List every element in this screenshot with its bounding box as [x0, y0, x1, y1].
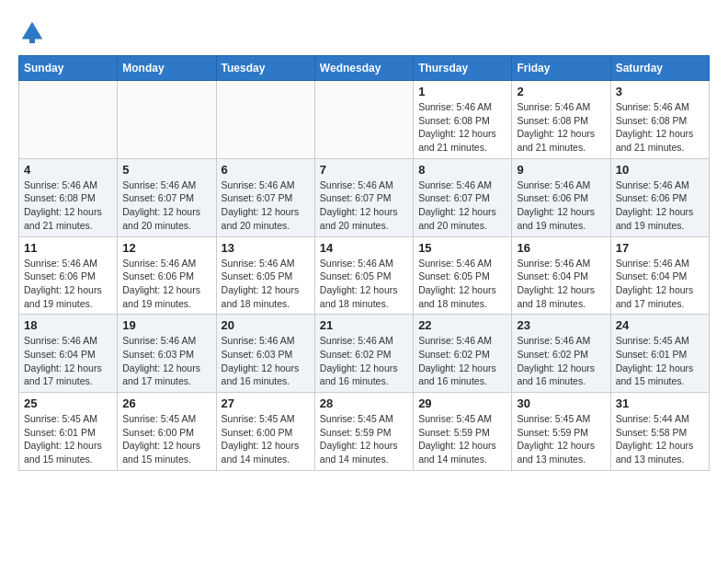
- calendar-cell: [216, 81, 314, 159]
- calendar-cell: 15Sunrise: 5:46 AM Sunset: 6:05 PM Dayli…: [414, 236, 512, 315]
- day-info: Sunrise: 5:46 AM Sunset: 6:07 PM Dayligh…: [222, 178, 310, 233]
- calendar-cell: 7Sunrise: 5:46 AM Sunset: 6:07 PM Daylig…: [314, 158, 413, 236]
- calendar-cell: 31Sunrise: 5:44 AM Sunset: 5:58 PM Dayli…: [610, 393, 709, 471]
- calendar-cell: 30Sunrise: 5:45 AM Sunset: 5:59 PM Dayli…: [512, 393, 610, 471]
- weekday-header-tuesday: Tuesday: [216, 56, 314, 81]
- day-number: 4: [24, 163, 112, 177]
- day-number: 11: [24, 241, 112, 255]
- calendar-cell: 29Sunrise: 5:45 AM Sunset: 5:59 PM Dayli…: [414, 393, 512, 471]
- calendar-cell: 27Sunrise: 5:45 AM Sunset: 6:00 PM Dayli…: [216, 393, 314, 471]
- calendar-cell: [19, 81, 118, 159]
- calendar-cell: 14Sunrise: 5:46 AM Sunset: 6:05 PM Dayli…: [314, 236, 413, 315]
- day-number: 27: [222, 396, 310, 410]
- day-info: Sunrise: 5:46 AM Sunset: 6:03 PM Dayligh…: [122, 334, 210, 388]
- day-info: Sunrise: 5:46 AM Sunset: 6:04 PM Dayligh…: [517, 257, 605, 311]
- weekday-header-saturday: Saturday: [610, 56, 709, 81]
- calendar-cell: 28Sunrise: 5:45 AM Sunset: 5:59 PM Dayli…: [314, 393, 413, 471]
- calendar-cell: 22Sunrise: 5:46 AM Sunset: 6:02 PM Dayli…: [414, 315, 512, 393]
- weekday-header-row: SundayMondayTuesdayWednesdayThursdayFrid…: [19, 56, 710, 81]
- day-info: Sunrise: 5:46 AM Sunset: 6:06 PM Dayligh…: [24, 257, 112, 311]
- day-info: Sunrise: 5:45 AM Sunset: 6:01 PM Dayligh…: [616, 334, 704, 388]
- day-info: Sunrise: 5:46 AM Sunset: 6:02 PM Dayligh…: [418, 334, 506, 388]
- calendar-cell: 17Sunrise: 5:46 AM Sunset: 6:04 PM Dayli…: [610, 236, 709, 315]
- day-number: 3: [616, 85, 704, 98]
- weekday-header-monday: Monday: [118, 56, 216, 81]
- day-number: 19: [122, 318, 210, 332]
- calendar-cell: 16Sunrise: 5:46 AM Sunset: 6:04 PM Dayli…: [512, 236, 610, 315]
- week-row-3: 11Sunrise: 5:46 AM Sunset: 6:06 PM Dayli…: [19, 236, 710, 315]
- day-number: 28: [320, 396, 408, 410]
- day-info: Sunrise: 5:45 AM Sunset: 5:59 PM Dayligh…: [418, 412, 506, 466]
- calendar-cell: 24Sunrise: 5:45 AM Sunset: 6:01 PM Dayli…: [610, 315, 709, 393]
- day-number: 15: [418, 241, 506, 255]
- day-number: 10: [616, 163, 704, 177]
- day-number: 31: [616, 396, 704, 410]
- weekday-header-sunday: Sunday: [19, 56, 118, 81]
- day-info: Sunrise: 5:46 AM Sunset: 6:04 PM Dayligh…: [24, 334, 112, 388]
- day-info: Sunrise: 5:46 AM Sunset: 6:08 PM Dayligh…: [616, 100, 704, 155]
- calendar-cell: 19Sunrise: 5:46 AM Sunset: 6:03 PM Dayli…: [118, 315, 216, 393]
- day-info: Sunrise: 5:46 AM Sunset: 6:05 PM Dayligh…: [320, 257, 408, 311]
- day-info: Sunrise: 5:45 AM Sunset: 5:59 PM Dayligh…: [517, 412, 605, 466]
- day-number: 5: [122, 163, 210, 177]
- week-row-5: 25Sunrise: 5:45 AM Sunset: 6:01 PM Dayli…: [19, 393, 710, 471]
- day-info: Sunrise: 5:46 AM Sunset: 6:08 PM Dayligh…: [517, 100, 605, 155]
- calendar-cell: 2Sunrise: 5:46 AM Sunset: 6:08 PM Daylig…: [512, 81, 610, 159]
- day-info: Sunrise: 5:46 AM Sunset: 6:05 PM Dayligh…: [418, 257, 506, 311]
- day-number: 21: [320, 318, 408, 332]
- calendar-cell: 9Sunrise: 5:46 AM Sunset: 6:06 PM Daylig…: [512, 158, 610, 236]
- week-row-1: 1Sunrise: 5:46 AM Sunset: 6:08 PM Daylig…: [19, 81, 710, 159]
- day-number: 16: [517, 241, 605, 255]
- calendar-cell: 3Sunrise: 5:46 AM Sunset: 6:08 PM Daylig…: [610, 81, 709, 159]
- day-info: Sunrise: 5:44 AM Sunset: 5:58 PM Dayligh…: [616, 412, 704, 466]
- calendar-cell: 10Sunrise: 5:46 AM Sunset: 6:06 PM Dayli…: [610, 158, 709, 236]
- day-number: 22: [418, 318, 506, 332]
- day-info: Sunrise: 5:46 AM Sunset: 6:04 PM Dayligh…: [616, 257, 704, 311]
- calendar-cell: 23Sunrise: 5:46 AM Sunset: 6:02 PM Dayli…: [512, 315, 610, 393]
- day-number: 20: [222, 318, 310, 332]
- day-info: Sunrise: 5:45 AM Sunset: 6:00 PM Dayligh…: [122, 412, 210, 466]
- day-info: Sunrise: 5:46 AM Sunset: 6:08 PM Dayligh…: [24, 178, 112, 233]
- calendar-cell: 5Sunrise: 5:46 AM Sunset: 6:07 PM Daylig…: [118, 158, 216, 236]
- day-number: 7: [320, 163, 408, 177]
- day-info: Sunrise: 5:45 AM Sunset: 6:00 PM Dayligh…: [222, 412, 310, 466]
- calendar-cell: [118, 81, 216, 159]
- day-info: Sunrise: 5:46 AM Sunset: 6:06 PM Dayligh…: [517, 178, 605, 233]
- day-info: Sunrise: 5:45 AM Sunset: 5:59 PM Dayligh…: [320, 412, 408, 466]
- day-info: Sunrise: 5:46 AM Sunset: 6:03 PM Dayligh…: [222, 334, 310, 388]
- calendar-cell: [314, 81, 413, 159]
- day-number: 24: [616, 318, 704, 332]
- calendar-cell: 26Sunrise: 5:45 AM Sunset: 6:00 PM Dayli…: [118, 393, 216, 471]
- calendar-cell: 18Sunrise: 5:46 AM Sunset: 6:04 PM Dayli…: [19, 315, 118, 393]
- day-info: Sunrise: 5:46 AM Sunset: 6:02 PM Dayligh…: [320, 334, 408, 388]
- logo: [18, 18, 50, 46]
- day-number: 18: [24, 318, 112, 332]
- day-number: 1: [418, 85, 506, 98]
- day-number: 25: [24, 396, 112, 410]
- day-info: Sunrise: 5:46 AM Sunset: 6:06 PM Dayligh…: [616, 178, 704, 233]
- day-number: 26: [122, 396, 210, 410]
- day-number: 13: [222, 241, 310, 255]
- day-info: Sunrise: 5:46 AM Sunset: 6:05 PM Dayligh…: [222, 257, 310, 311]
- calendar-cell: 12Sunrise: 5:46 AM Sunset: 6:06 PM Dayli…: [118, 236, 216, 315]
- calendar-cell: 20Sunrise: 5:46 AM Sunset: 6:03 PM Dayli…: [216, 315, 314, 393]
- calendar-cell: 11Sunrise: 5:46 AM Sunset: 6:06 PM Dayli…: [19, 236, 118, 315]
- weekday-header-thursday: Thursday: [414, 56, 512, 81]
- day-number: 14: [320, 241, 408, 255]
- day-number: 17: [616, 241, 704, 255]
- weekday-header-wednesday: Wednesday: [314, 56, 413, 81]
- day-number: 8: [418, 163, 506, 177]
- calendar-cell: 25Sunrise: 5:45 AM Sunset: 6:01 PM Dayli…: [19, 393, 118, 471]
- day-number: 30: [517, 396, 605, 410]
- calendar-cell: 13Sunrise: 5:46 AM Sunset: 6:05 PM Dayli…: [216, 236, 314, 315]
- logo-icon: [18, 18, 46, 46]
- svg-marker-0: [22, 22, 43, 40]
- day-info: Sunrise: 5:46 AM Sunset: 6:07 PM Dayligh…: [122, 178, 210, 233]
- day-number: 2: [517, 85, 605, 98]
- svg-rect-1: [29, 38, 35, 43]
- weekday-header-friday: Friday: [512, 56, 610, 81]
- day-info: Sunrise: 5:46 AM Sunset: 6:02 PM Dayligh…: [517, 334, 605, 388]
- day-number: 6: [222, 163, 310, 177]
- day-number: 9: [517, 163, 605, 177]
- day-number: 23: [517, 318, 605, 332]
